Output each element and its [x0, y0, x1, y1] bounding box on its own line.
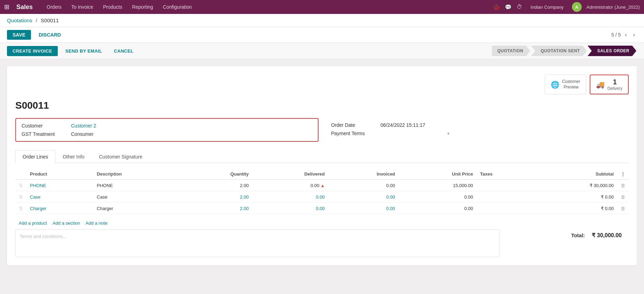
- order-tabs: Order Lines Other Info Customer Signatur…: [15, 150, 629, 163]
- customer-label: Customer: [22, 123, 67, 129]
- sort-handle-icon[interactable]: ⇅: [19, 194, 23, 200]
- add-section-link[interactable]: Add a section: [53, 220, 80, 226]
- row-quantity[interactable]: 2.00: [182, 180, 252, 191]
- row-subtotal: ₹ 0.00: [531, 203, 617, 214]
- pagination-label: 5 / 5: [611, 32, 621, 38]
- customer-value[interactable]: Customer 2: [71, 123, 96, 129]
- payment-terms-field[interactable]: ▼: [380, 132, 450, 136]
- nav-icons: 🐞 💬 ⏱ Indian Company A Administrator (Ju…: [493, 2, 640, 12]
- product-link[interactable]: PHONE: [30, 183, 46, 188]
- delete-icon[interactable]: 🗑: [621, 183, 625, 188]
- breadcrumb-separator: /: [36, 17, 37, 23]
- sort-handle-icon[interactable]: ⇅: [19, 183, 23, 188]
- delivery-label: Delivery: [607, 86, 622, 91]
- delete-icon[interactable]: 🗑: [621, 194, 625, 200]
- nav-reporting[interactable]: Reporting: [131, 4, 155, 10]
- nav-configuration[interactable]: Configuration: [162, 4, 193, 10]
- user-label[interactable]: Administrator (June_2022): [587, 5, 640, 10]
- pagination: 5 / 5 ‹ ›: [611, 31, 637, 39]
- globe-icon: 🌐: [551, 80, 559, 89]
- status-pipeline: QUOTATION QUOTATION SENT SALES ORDER: [492, 46, 637, 56]
- send-by-email-button[interactable]: SEND BY EMAIL: [61, 46, 107, 56]
- nav-to-invoice[interactable]: To Invoice: [70, 4, 95, 10]
- add-note-link[interactable]: Add a note: [86, 220, 108, 226]
- delivery-button[interactable]: 🚚 1 Delivery: [590, 75, 629, 94]
- product-link[interactable]: Charger: [30, 206, 46, 211]
- row-taxes[interactable]: [477, 203, 531, 214]
- row-unit-price[interactable]: 0.00: [399, 191, 477, 203]
- col-taxes: Taxes: [477, 169, 531, 180]
- tab-order-lines[interactable]: Order Lines: [15, 150, 55, 163]
- product-link[interactable]: Case: [30, 194, 40, 200]
- nav-orders[interactable]: Orders: [45, 4, 63, 10]
- row-product[interactable]: PHONE: [26, 180, 93, 191]
- create-invoice-button[interactable]: CREATE INVOICE: [7, 46, 58, 56]
- breadcrumb-bar: Quotations / S00011: [0, 14, 644, 27]
- pagination-next[interactable]: ›: [631, 31, 637, 39]
- terms-placeholder: Terms and conditions...: [20, 234, 66, 239]
- row-unit-price[interactable]: 15,000.00: [399, 180, 477, 191]
- tab-customer-signature[interactable]: Customer Signature: [92, 150, 150, 163]
- top-navigation: ⊞ Sales Orders To Invoice Products Repor…: [0, 0, 644, 14]
- status-sales-order[interactable]: SALES ORDER: [588, 46, 636, 56]
- col-quantity: Quantity: [182, 169, 252, 180]
- status-quotation-sent[interactable]: QUOTATION SENT: [531, 46, 587, 56]
- row-delete[interactable]: 🗑: [617, 203, 629, 214]
- order-number: S00011: [15, 100, 629, 111]
- sort-handle-icon[interactable]: ⇅: [19, 206, 23, 211]
- main-content: 🌐 CustomerPreview 🚚 1 Delivery S00011 Cu…: [0, 59, 644, 272]
- row-description: PHONE: [93, 180, 182, 191]
- brand-name: Sales: [16, 3, 33, 11]
- total-amount: ₹ 30,000.00: [592, 232, 622, 239]
- payment-terms-label: Payment Terms: [331, 131, 376, 136]
- col-subtotal: Subtotal: [531, 169, 617, 180]
- row-delivered: 0.00 ▲: [252, 180, 328, 191]
- breadcrumb-current: S00011: [41, 17, 59, 23]
- clock-icon[interactable]: ⏱: [517, 4, 522, 10]
- delivered-warning-icon: ▲: [321, 183, 325, 188]
- col-unit-price: Unit Price: [399, 169, 477, 180]
- row-quantity[interactable]: 2.00: [182, 203, 252, 214]
- table-row: ⇅ Charger Charger 2.00 0.00 0.00 0.00 ₹ …: [15, 203, 629, 214]
- row-product[interactable]: Case: [26, 191, 93, 203]
- col-delivered: Delivered: [252, 169, 328, 180]
- status-quotation[interactable]: QUOTATION: [492, 46, 531, 56]
- row-invoiced: 0.00: [328, 180, 399, 191]
- table-row: ⇅ PHONE PHONE 2.00 0.00 ▲ 0.00 15,000.00…: [15, 180, 629, 191]
- cancel-button[interactable]: CANCEL: [110, 46, 138, 56]
- customer-preview-button[interactable]: 🌐 CustomerPreview: [545, 75, 586, 94]
- gst-treatment-label: GST Treatment: [22, 131, 67, 137]
- row-description: Case: [93, 191, 182, 203]
- row-taxes[interactable]: [477, 191, 531, 203]
- terms-conditions-field[interactable]: Terms and conditions...: [15, 229, 500, 257]
- chat-icon[interactable]: 💬: [505, 4, 512, 10]
- row-handle[interactable]: ⇅: [15, 203, 26, 214]
- tab-other-info[interactable]: Other Info: [55, 150, 92, 163]
- add-product-link[interactable]: Add a product: [19, 220, 47, 226]
- row-subtotal: ₹ 0.00: [531, 191, 617, 203]
- bug-icon[interactable]: 🐞: [493, 4, 500, 10]
- customer-info-section: Customer Customer 2 GST Treatment Consum…: [15, 118, 629, 142]
- col-handle: [15, 169, 26, 180]
- save-button[interactable]: SAVE: [7, 30, 31, 40]
- row-invoiced: 0.00: [328, 203, 399, 214]
- row-unit-price[interactable]: 0.00: [399, 203, 477, 214]
- gst-treatment-value: Consumer: [71, 131, 94, 137]
- delete-icon[interactable]: 🗑: [621, 206, 625, 211]
- row-quantity[interactable]: 2.00: [182, 191, 252, 203]
- row-product[interactable]: Charger: [26, 203, 93, 214]
- row-handle[interactable]: ⇅: [15, 180, 26, 191]
- customer-details-box: Customer Customer 2 GST Treatment Consum…: [15, 118, 319, 142]
- nav-products[interactable]: Products: [102, 4, 124, 10]
- row-delete[interactable]: 🗑: [617, 191, 629, 203]
- discard-button[interactable]: DISCARD: [34, 30, 65, 40]
- row-taxes[interactable]: [477, 180, 531, 191]
- pagination-prev[interactable]: ‹: [623, 31, 629, 39]
- action-bar: SAVE DISCARD 5 / 5 ‹ ›: [0, 27, 644, 43]
- customer-preview-label: CustomerPreview: [562, 79, 580, 90]
- order-date-label: Order Date: [331, 122, 376, 128]
- row-handle[interactable]: ⇅: [15, 191, 26, 203]
- grid-icon[interactable]: ⊞: [4, 3, 9, 11]
- breadcrumb-parent[interactable]: Quotations: [7, 17, 32, 23]
- row-delete[interactable]: 🗑: [617, 180, 629, 191]
